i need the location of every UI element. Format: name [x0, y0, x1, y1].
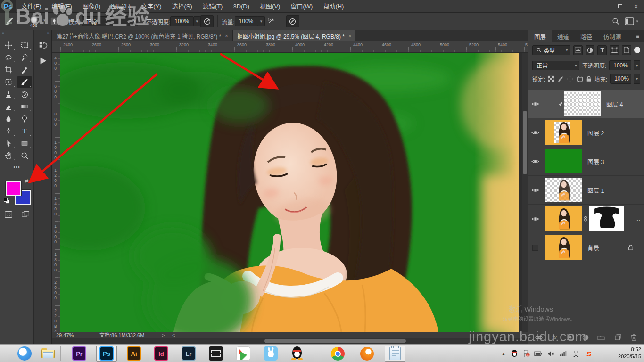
- quick-mask-button[interactable]: [4, 210, 13, 219]
- new-group-button[interactable]: [596, 333, 606, 342]
- clone-stamp-tool[interactable]: [1, 89, 16, 100]
- menu-edit[interactable]: 编辑(E): [47, 0, 77, 13]
- tray-action-center[interactable]: [523, 345, 530, 362]
- layer-style-button[interactable]: fx: [550, 333, 559, 342]
- delete-layer-button[interactable]: [629, 333, 638, 342]
- blur-tool[interactable]: [1, 113, 16, 124]
- taskbar-premiere[interactable]: Pr: [72, 346, 87, 361]
- filter-shape-layers-button[interactable]: [610, 45, 619, 55]
- horizontal-scrollbar-thumb[interactable]: [264, 339, 406, 343]
- document-tab-2-active[interactable]: 抠图小姐姐.jpg @ 29.5% (图层 4, RGB/8) * ×: [233, 30, 356, 41]
- menu-select[interactable]: 选择(S): [166, 0, 197, 13]
- tab-clone-source[interactable]: 仿制源: [598, 30, 627, 42]
- menu-type[interactable]: 文字(Y): [136, 0, 166, 13]
- layer-thumbnail[interactable]: [545, 178, 582, 202]
- vertical-scrollbar-thumb[interactable]: [523, 111, 527, 174]
- layer-row-1[interactable]: 图层 1: [528, 176, 644, 205]
- search-icon[interactable]: [612, 17, 620, 25]
- new-layer-button[interactable]: [613, 333, 623, 342]
- visibility-toggle[interactable]: [528, 233, 542, 262]
- expand-panels-chevron[interactable]: »: [34, 30, 51, 37]
- tray-battery[interactable]: [534, 345, 542, 362]
- collapse-toolbar-chevron[interactable]: «: [0, 30, 33, 37]
- menu-help[interactable]: 帮助(H): [318, 0, 349, 13]
- taskbar-qq[interactable]: [289, 346, 305, 361]
- filter-adjustment-layers-button[interactable]: [586, 45, 595, 55]
- mask-link-icon[interactable]: [583, 216, 588, 222]
- taskbar-file-explorer[interactable]: [41, 346, 56, 361]
- minimize-button[interactable]: —: [596, 0, 612, 13]
- layer-fill-select[interactable]: 100%: [610, 74, 631, 84]
- brush-tool[interactable]: [17, 76, 32, 88]
- layer-row-masked[interactable]: ...: [528, 205, 644, 233]
- tab-paths[interactable]: 路径: [575, 30, 598, 42]
- adjustment-layer-button[interactable]: [581, 333, 590, 342]
- brush-preset-picker[interactable]: 456 ▾: [27, 16, 41, 26]
- tab-channels[interactable]: 通道: [552, 30, 575, 42]
- layer-fill-dropdown[interactable]: ▾: [634, 74, 640, 84]
- history-brush-tool[interactable]: [17, 89, 32, 100]
- lock-artboard-button[interactable]: [577, 75, 583, 82]
- restore-button[interactable]: [612, 0, 628, 13]
- tab-layers[interactable]: 图层: [528, 30, 552, 42]
- menu-layer[interactable]: 图层(L): [106, 0, 136, 13]
- visibility-toggle[interactable]: [528, 205, 542, 233]
- lock-all-button[interactable]: [586, 75, 592, 82]
- layer-row-3[interactable]: 图层 3: [528, 147, 644, 176]
- close-tab-icon[interactable]: ×: [348, 33, 351, 39]
- layer-row-background[interactable]: 背景: [528, 233, 644, 262]
- quick-selection-tool[interactable]: [17, 52, 32, 63]
- eyedropper-tool[interactable]: [17, 64, 32, 75]
- taskbar-indesign[interactable]: Id: [154, 346, 169, 361]
- menu-3d[interactable]: 3D(D): [228, 0, 255, 13]
- layer-name[interactable]: 图层 4: [606, 99, 623, 108]
- taskbar-chrome[interactable]: [330, 346, 345, 361]
- eraser-tool[interactable]: [1, 101, 16, 112]
- airbrush-button[interactable]: [265, 15, 278, 27]
- visibility-toggle[interactable]: [528, 176, 542, 204]
- layer-opacity-dropdown[interactable]: ▾: [634, 60, 640, 70]
- lasso-tool[interactable]: [1, 52, 16, 63]
- canvas[interactable]: [60, 53, 519, 332]
- visibility-toggle[interactable]: [528, 147, 542, 175]
- lock-position-button[interactable]: [567, 75, 573, 82]
- filter-pixel-layers-button[interactable]: [573, 45, 583, 55]
- edit-toolbar-button[interactable]: •••: [0, 164, 33, 170]
- panel-menu-icon[interactable]: ≡: [631, 30, 644, 42]
- add-mask-button[interactable]: [565, 333, 575, 342]
- taskbar-illustrator[interactable]: Ai: [126, 346, 141, 361]
- tray-ime[interactable]: 英: [573, 345, 579, 362]
- type-tool[interactable]: T: [17, 125, 32, 137]
- tray-sogou[interactable]: S: [586, 345, 591, 362]
- pen-tool[interactable]: [1, 125, 16, 137]
- layer-name[interactable]: 图层 1: [587, 186, 604, 195]
- flow-dropdown-button[interactable]: ▾: [258, 16, 265, 26]
- taskbar-qq-browser[interactable]: [17, 346, 32, 361]
- layer-row-2[interactable]: 图层 2: [528, 118, 644, 147]
- screen-mode-button[interactable]: [21, 210, 30, 219]
- path-selection-tool[interactable]: [1, 138, 16, 149]
- layer-mask-thumbnail[interactable]: [589, 206, 624, 231]
- taskbar-notepad-active[interactable]: [385, 346, 405, 362]
- layer-row-4[interactable]: 图层 4: [528, 90, 644, 118]
- taskbar-orange-browser[interactable]: [359, 346, 374, 361]
- vertical-scrollbar[interactable]: [522, 53, 528, 332]
- tool-preset-picker[interactable]: ▾: [5, 16, 19, 26]
- layer-thumbnail[interactable]: [545, 149, 582, 173]
- visibility-toggle[interactable]: [528, 90, 542, 118]
- default-colors-icon[interactable]: [4, 198, 10, 204]
- crop-tool[interactable]: [1, 64, 16, 75]
- history-panel-button[interactable]: [37, 40, 49, 52]
- menu-file[interactable]: 文件(F): [16, 0, 47, 13]
- toggle-brush-panel-button[interactable]: [48, 15, 61, 27]
- menu-image[interactable]: 图像(I): [77, 0, 106, 13]
- opacity-select[interactable]: 100%: [170, 16, 194, 26]
- layer-filter-type-select[interactable]: 类型▾: [532, 45, 570, 55]
- menu-filter[interactable]: 滤镜(T): [198, 0, 228, 13]
- filter-type-layers-button[interactable]: T: [597, 45, 607, 55]
- tray-network[interactable]: [560, 345, 567, 362]
- opacity-dropdown-button[interactable]: ▾: [194, 16, 200, 26]
- pressure-size-button[interactable]: [286, 15, 299, 27]
- taskbar-rabbit-app[interactable]: [263, 346, 278, 361]
- layer-filter-toggle[interactable]: [634, 47, 640, 53]
